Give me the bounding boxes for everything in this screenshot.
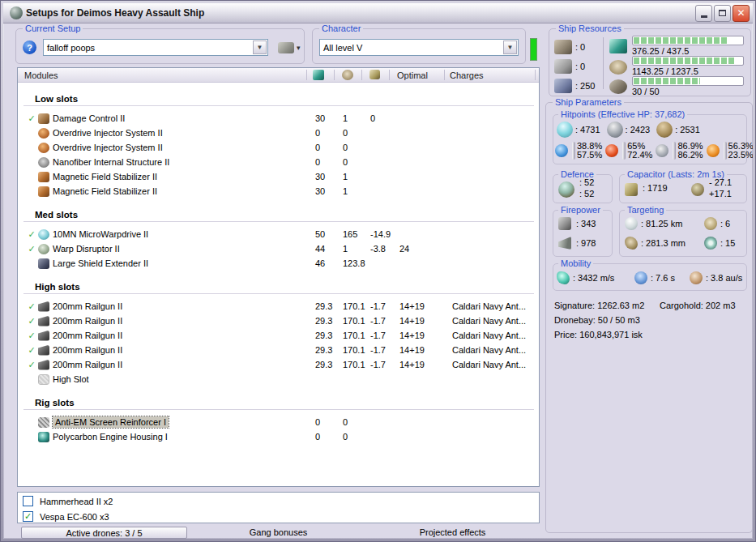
dronebay-stat: Dronebay: 50 / 50 m3	[554, 315, 640, 325]
section-low-slots: Low slots	[35, 94, 539, 104]
powergrid-text: 1143.25 / 1237.5	[632, 66, 744, 76]
module-row[interactable]: Nanofiber Internal Structure II00	[20, 155, 539, 169]
structure-hp-icon	[656, 122, 673, 138]
ship-resources-group: Ship Resources : 0 : 0 : 250 376.25 / 43…	[549, 28, 751, 96]
capacitor-icon	[625, 183, 638, 196]
mobility-group: Mobility : 3432 m/s : 7.6 s : 3.8 au/s	[553, 263, 747, 291]
defence-value-1: : 52	[579, 177, 594, 187]
module-row-selected[interactable]: Anti-EM Screen Reinforcer I00	[20, 415, 539, 429]
sensor-strength: : 15	[720, 238, 735, 248]
em-resist-icon	[555, 144, 568, 157]
module-name: Polycarbon Engine Housing I	[53, 432, 168, 442]
empty-highslot-icon	[38, 374, 49, 385]
active-check[interactable]: ✓	[25, 229, 38, 240]
module-row[interactable]: ✓200mm Railgun II29.3170.1-1.714+19Calda…	[20, 343, 539, 357]
volley-value: : 343	[576, 219, 596, 228]
scan-resolution: : 281.3 mm	[641, 238, 686, 248]
module-row[interactable]: Large Shield Extender II46123.8	[20, 256, 539, 271]
module-row[interactable]: ✓10MN MicroWarpdrive II50165-14.9	[20, 227, 539, 241]
thermal-resist-armor: 72.4%	[627, 150, 652, 160]
minimize-button[interactable]	[695, 5, 712, 22]
defence-icon	[558, 181, 574, 198]
module-row[interactable]: ✓200mm Railgun II29.3170.1-1.714+19Calda…	[20, 299, 539, 314]
speed-icon	[557, 271, 570, 284]
module-row[interactable]: Overdrive Injector System II00	[20, 140, 539, 155]
capacitor-amount: : 1719	[643, 183, 668, 193]
app-window: Setups for Deimos Heavy Assault Ship ✕ C…	[0, 0, 756, 542]
explosive-resist-armor: 23.5%	[728, 150, 754, 160]
module-row[interactable]: ✓Damage Control II3010	[20, 111, 539, 126]
active-check[interactable]: ✓	[25, 301, 38, 312]
overdrive-injector-icon	[38, 128, 49, 139]
magnetic-field-stabilizer-icon	[38, 186, 49, 197]
polycarbon-rig-icon	[38, 432, 49, 442]
module-row[interactable]: ✓200mm Railgun II29.3170.1-1.714+19Calda…	[20, 314, 539, 328]
setup-dropdown-button[interactable]: ▼	[253, 41, 267, 54]
turret-slots-value: : 0	[575, 42, 585, 52]
gang-bonuses-button[interactable]: Gang bonuses	[191, 527, 365, 537]
character-dropdown-button[interactable]: ▼	[503, 41, 517, 54]
targeting-group: Targeting : 81.25 km : 6 : 281.3 mm : 15	[619, 210, 747, 257]
modules-header: Modules Optimal Charges	[18, 68, 539, 83]
module-name: Magnetic Field Stabilizer II	[53, 172, 157, 181]
drone-row[interactable]: ✓ Vespa EC-600 x3	[23, 510, 539, 523]
explosive-resist-icon	[707, 144, 720, 157]
charges-column-header: Charges	[450, 70, 484, 80]
em-resist-armor: 57.5%	[577, 150, 602, 160]
capacitor-recharge-icon	[691, 183, 704, 196]
drones-list[interactable]: Hammerhead II x2 ✓ Vespa EC-600 x3	[17, 492, 540, 523]
active-check[interactable]: ✓	[25, 244, 38, 254]
character-select[interactable]: All level V ▼	[319, 39, 519, 56]
character-skill-indicator	[530, 38, 537, 61]
launcher-slots-icon	[554, 59, 572, 74]
active-check[interactable]: ✓	[25, 113, 38, 124]
maximize-button[interactable]	[714, 5, 731, 22]
setup-tools-icon[interactable]	[278, 42, 294, 53]
cpu-column-icon	[313, 70, 324, 80]
drone-checkbox[interactable]: ✓	[23, 511, 33, 522]
align-time: : 7.6 s	[651, 273, 675, 283]
module-row[interactable]: ✓200mm Railgun II29.3170.1-1.714+19Calda…	[20, 328, 539, 343]
section-rig-slots: Rig slots	[35, 398, 539, 408]
module-name: 10MN MicroWarpdrive II	[53, 229, 148, 239]
character-group: Character All level V ▼	[312, 28, 526, 64]
setup-tools-caret-icon[interactable]: ▾	[297, 44, 301, 52]
hitpoints-group: Hitpoints (Effective HP: 37,682) : 4731 …	[553, 114, 747, 164]
setup-select-value: falloff poops	[44, 43, 252, 53]
drone-checkbox[interactable]	[23, 496, 33, 506]
projected-effects-button[interactable]: Projected effects	[365, 527, 540, 537]
active-check[interactable]: ✓	[25, 316, 38, 326]
capacitor-group: Capacitor (Lasts: 2m 1s) : 1719 - 27.1 +…	[619, 174, 747, 203]
cpu-icon	[609, 39, 627, 53]
resources-divider	[603, 37, 604, 89]
active-check[interactable]: ✓	[25, 360, 38, 370]
capacitor-column-icon	[369, 70, 380, 79]
module-name: Large Shield Extender II	[53, 258, 148, 268]
mobility-label: Mobility	[558, 258, 593, 268]
modules-list[interactable]: Modules Optimal Charges Low slots ✓Damag…	[17, 67, 540, 487]
active-drones-button[interactable]: Active drones: 3 / 5	[21, 527, 187, 539]
powergrid-column-icon	[342, 70, 353, 80]
warp-disruptor-icon	[38, 244, 49, 254]
capacitor-recharge: +17.1	[709, 189, 732, 198]
module-row[interactable]: ✓200mm Railgun II29.3170.1-1.714+19Calda…	[20, 357, 539, 372]
setup-select[interactable]: falloff poops ▼	[43, 39, 268, 56]
sensor-strength-icon	[704, 237, 717, 250]
powergrid-bar	[632, 56, 744, 66]
module-row[interactable]: Overdrive Injector System II00	[20, 126, 539, 140]
cpu-bar	[632, 36, 744, 45]
module-row[interactable]: ✓Warp Disruptor II441-3.824	[20, 241, 539, 256]
dps-icon	[558, 237, 571, 250]
title-bar[interactable]: Setups for Deimos Heavy Assault Ship ✕	[3, 3, 753, 23]
active-check[interactable]: ✓	[25, 345, 38, 356]
ship-parameters-label: Ship Parameters	[553, 97, 624, 107]
drone-label: Vespa EC-600 x3	[40, 512, 109, 522]
active-check[interactable]: ✓	[25, 331, 38, 341]
module-row[interactable]: Magnetic Field Stabilizer II301	[20, 169, 539, 184]
module-row[interactable]: Magnetic Field Stabilizer II301	[20, 184, 539, 198]
close-button[interactable]: ✕	[733, 5, 750, 22]
module-row[interactable]: Polycarbon Engine Housing I00	[20, 429, 539, 444]
drone-row[interactable]: Hammerhead II x2	[23, 494, 539, 508]
help-icon[interactable]: ?	[23, 41, 36, 54]
module-row-empty[interactable]: High Slot	[20, 372, 539, 386]
